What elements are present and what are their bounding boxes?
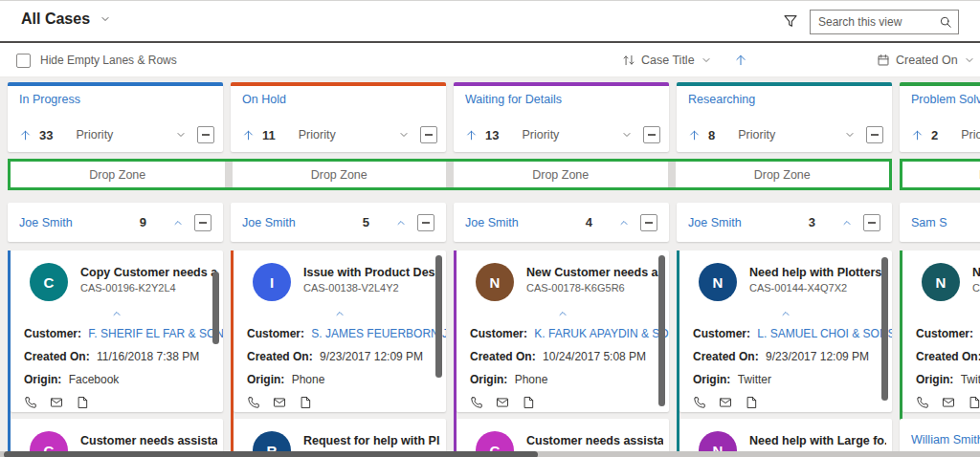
phone-icon[interactable] <box>24 396 37 409</box>
sort-ascending-icon[interactable] <box>734 54 747 67</box>
case-card[interactable]: I Issue with Product Desig... CAS-00138-… <box>234 250 446 412</box>
hide-empty-checkbox[interactable] <box>16 54 31 68</box>
chevron-down-icon[interactable] <box>844 129 856 141</box>
dropzone[interactable]: Drop Zone <box>11 162 225 187</box>
origin-field: Origin: Facebook <box>11 373 223 386</box>
case-title[interactable]: New Customer needs as... <box>526 266 663 279</box>
case-title[interactable]: Customer needs assistan... <box>526 434 663 447</box>
lane-field-label: Created On <box>896 54 958 67</box>
chevron-down-icon[interactable] <box>398 129 410 141</box>
document-icon[interactable] <box>76 396 89 409</box>
row-owner[interactable]: William Smith <box>911 433 980 446</box>
case-card[interactable]: N Need help with... CAS-00... Customer: … <box>902 250 980 412</box>
avatar: N <box>922 263 960 301</box>
phone-icon[interactable] <box>470 396 483 409</box>
email-icon[interactable] <box>273 396 286 409</box>
phone-icon[interactable] <box>247 396 260 409</box>
search-icon[interactable] <box>939 15 952 29</box>
collapse-lane-button[interactable] <box>420 126 437 143</box>
lane-field-control[interactable]: Created On <box>877 43 975 77</box>
sort-ascending-icon <box>19 129 32 141</box>
chevron-up-icon[interactable] <box>395 217 407 228</box>
lane-header: On Hold 11 Priority <box>231 82 446 152</box>
chevron-up-icon[interactable] <box>334 308 345 319</box>
lane-title[interactable]: Researching <box>677 86 892 106</box>
phone-icon[interactable] <box>916 396 929 409</box>
case-title[interactable]: Need help with... <box>972 266 980 279</box>
collapse-row-button[interactable] <box>194 214 212 231</box>
view-header: All Cases <box>0 1 980 43</box>
customer-link[interactable]: S. JAMES FEUERBORN JR ... <box>311 327 446 340</box>
view-selector[interactable]: All Cases <box>21 11 111 28</box>
lane-aggregate-field[interactable]: Priority <box>522 128 559 141</box>
document-icon[interactable] <box>968 396 980 409</box>
dropzone[interactable]: Drop Zone <box>454 162 668 187</box>
dropzone[interactable]: Drop Zone <box>676 162 890 187</box>
collapse-row-button[interactable] <box>640 214 657 231</box>
lane-header: Researching 8 Priority <box>677 82 892 152</box>
sort-control[interactable]: Case Title <box>622 43 747 77</box>
dropzone[interactable]: Drop Zone <box>902 162 980 187</box>
case-title[interactable]: Customer needs assistan... <box>80 434 217 447</box>
chevron-down-icon[interactable] <box>175 129 187 141</box>
email-icon[interactable] <box>496 396 509 409</box>
chevron-up-icon[interactable] <box>841 217 853 228</box>
case-title[interactable]: Need help with Large fo... <box>749 434 886 447</box>
filter-icon[interactable] <box>783 13 798 29</box>
lane-aggregate-field[interactable]: Priority <box>738 128 775 141</box>
case-card[interactable]: C Copy Customer needs as... CAS-00196-K2… <box>11 250 223 412</box>
row-owner[interactable]: Sam S <box>911 216 980 229</box>
collapse-row-button[interactable] <box>863 214 880 231</box>
dropzone[interactable]: Drop Zone <box>233 162 447 187</box>
collapse-row-button[interactable] <box>417 214 434 231</box>
vertical-scrollbar[interactable] <box>658 255 665 406</box>
horizontal-scrollbar-track[interactable] <box>0 451 980 457</box>
lane-aggregate-field[interactable]: Priority <box>961 128 980 141</box>
chevron-down-icon[interactable] <box>621 129 633 141</box>
case-card[interactable]: N New Customer needs as... CAS-00178-K6G… <box>457 250 669 412</box>
email-icon[interactable] <box>719 396 732 409</box>
vertical-scrollbar[interactable] <box>212 272 219 344</box>
lane-aggregate-field[interactable]: Priority <box>299 128 336 141</box>
created-on-field: Created On: 11/16/2018 7:38 PM <box>11 350 223 363</box>
row-owner[interactable]: Joe Smith <box>242 216 363 229</box>
document-icon[interactable] <box>745 396 758 409</box>
lane-title[interactable]: Problem Solved <box>900 86 980 106</box>
customer-link[interactable]: L. SAMUEL CHOI & SONS <box>757 327 892 340</box>
case-title[interactable]: Need help with Plotters <box>749 266 881 279</box>
vertical-scrollbar[interactable] <box>881 257 888 401</box>
lane-title[interactable]: On Hold <box>231 86 446 106</box>
collapse-lane-button[interactable] <box>866 126 883 143</box>
customer-link[interactable]: K. FARUK APAYDIN & SON... <box>534 327 669 340</box>
hide-empty-toggle[interactable]: Hide Empty Lanes & Rows <box>16 43 177 77</box>
row-owner[interactable]: Joe Smith <box>688 216 809 229</box>
chevron-up-icon[interactable] <box>618 217 630 228</box>
case-title[interactable]: Issue with Product Desig... <box>303 266 440 279</box>
collapse-lane-button[interactable] <box>197 126 214 143</box>
chevron-up-icon[interactable] <box>111 308 122 319</box>
lane-title[interactable]: Waiting for Details <box>454 86 669 106</box>
chevron-up-icon[interactable] <box>557 308 568 319</box>
chevron-up-icon[interactable] <box>780 308 791 319</box>
document-icon[interactable] <box>299 396 312 409</box>
case-title[interactable]: Copy Customer needs as... <box>80 266 217 279</box>
lane-header: In Progress 33 Priority <box>8 82 223 152</box>
row-owner[interactable]: Joe Smith <box>19 216 140 229</box>
chevron-up-icon[interactable] <box>172 217 184 228</box>
vertical-scrollbar[interactable] <box>435 255 442 378</box>
row-owner[interactable]: Joe Smith <box>465 216 586 229</box>
lane-count: 8 <box>708 128 715 142</box>
search-input[interactable] <box>811 15 939 29</box>
case-card[interactable]: N Need help with Plotters CAS-00144-X4Q7… <box>679 250 892 412</box>
email-icon[interactable] <box>50 396 63 409</box>
lane-title[interactable]: In Progress <box>8 86 223 106</box>
document-icon[interactable] <box>522 396 535 409</box>
horizontal-scrollbar-thumb[interactable] <box>4 451 538 457</box>
email-icon[interactable] <box>942 396 955 409</box>
customer-field: Customer: L. SAMUEL CHOI & SONS <box>679 327 892 340</box>
case-title[interactable]: Request for help with Pl... <box>303 434 440 447</box>
phone-icon[interactable] <box>693 396 706 409</box>
customer-link[interactable]: F. SHERIF EL FAR & SON... <box>88 327 223 340</box>
lane-aggregate-field[interactable]: Priority <box>76 128 113 141</box>
collapse-lane-button[interactable] <box>643 126 660 143</box>
